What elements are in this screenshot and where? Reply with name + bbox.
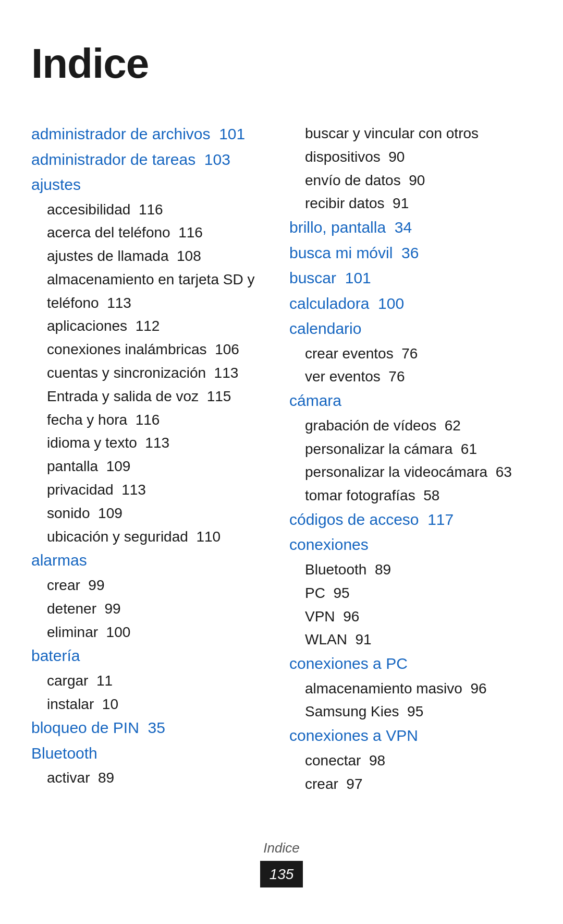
sub-entry: almacenamiento masivo 96: [289, 677, 532, 701]
sub-entry: fecha y hora 116: [31, 409, 274, 432]
heading-text: brillo, pantalla 34: [289, 219, 412, 236]
sub-entry: ajustes de llamada 108: [31, 245, 274, 268]
sub-entry: sonido 109: [31, 502, 274, 525]
heading-text: busca mi móvil 36: [289, 244, 419, 261]
index-heading: administrador de archivos 101: [31, 122, 274, 147]
index-heading: busca mi móvil 36: [289, 241, 532, 266]
heading-text: conexiones a VPN: [289, 727, 418, 744]
heading-text: administrador de tareas 103: [31, 151, 230, 168]
heading-text: Bluetooth: [31, 745, 97, 762]
sub-entry: tomar fotografías 58: [289, 484, 532, 508]
left-column: administrador de archivos 101administrad…: [31, 122, 289, 790]
sub-entry: PC 95: [289, 582, 532, 605]
sub-entry: personalizar la videocámara 63: [289, 461, 532, 484]
sub-entry: cuentas y sincronización 113: [31, 362, 274, 385]
heading-text: calendario: [289, 320, 361, 337]
heading-text: batería: [31, 647, 80, 664]
sub-entry: conexiones inalámbricas 106: [31, 338, 274, 362]
sub-entry: VPN 96: [289, 605, 532, 629]
sub-entry: acerca del teléfono 116: [31, 221, 274, 245]
sub-entry: idioma y texto 113: [31, 431, 274, 455]
sub-entry: aplicaciones 112: [31, 315, 274, 338]
sub-entry: cargar 11: [31, 669, 274, 693]
index-heading: buscar 101: [289, 266, 532, 291]
heading-text: conexiones a PC: [289, 655, 408, 672]
index-heading: calculadora 100: [289, 292, 532, 316]
sub-entry: pantalla 109: [31, 455, 274, 478]
footer-label: Indice: [31, 837, 532, 858]
sub-entry: detener 99: [31, 597, 274, 621]
sub-entry: conectar 98: [289, 749, 532, 773]
sub-entry: privacidad 113: [31, 478, 274, 502]
sub-entry: Bluetooth 89: [289, 558, 532, 582]
index-heading: administrador de tareas 103: [31, 148, 274, 172]
footer: Indice 135: [31, 837, 532, 887]
sub-entry: Samsung Kies 95: [289, 700, 532, 724]
heading-text: ajustes: [31, 176, 81, 193]
sub-entry: grabación de vídeos 62: [289, 414, 532, 438]
index-heading: calendario: [289, 317, 532, 341]
sub-entry: crear 99: [31, 574, 274, 597]
sub-entry: ubicación y seguridad 110: [31, 525, 274, 549]
index-heading: bloqueo de PIN 35: [31, 716, 274, 740]
heading-text: calculadora 100: [289, 295, 404, 312]
sub-entry: almacenamiento en tarjeta SD y teléfono …: [31, 268, 274, 315]
index-heading: brillo, pantalla 34: [289, 215, 532, 240]
sub-entry: activar 89: [31, 766, 274, 790]
sub-entry: buscar y vincular con otros dispositivos…: [289, 122, 532, 169]
heading-text: administrador de archivos 101: [31, 125, 245, 142]
sub-entry: WLAN 91: [289, 628, 532, 652]
right-column: buscar y vincular con otros dispositivos…: [289, 122, 532, 796]
heading-text: conexiones: [289, 536, 369, 553]
sub-entry: instalar 10: [31, 693, 274, 716]
index-heading: conexiones: [289, 533, 532, 557]
index-heading: conexiones a PC: [289, 652, 532, 676]
heading-text: bloqueo de PIN 35: [31, 719, 165, 736]
heading-text: alarmas: [31, 551, 87, 569]
index-heading: conexiones a VPN: [289, 724, 532, 748]
index-heading: cámara: [289, 389, 532, 413]
index-heading: alarmas: [31, 548, 274, 573]
heading-text: códigos de acceso 117: [289, 511, 454, 528]
sub-entry: eliminar 100: [31, 621, 274, 644]
page-title: Indice: [31, 31, 532, 96]
sub-entry: personalizar la cámara 61: [289, 438, 532, 461]
sub-entry: crear eventos 76: [289, 342, 532, 366]
footer-page: 135: [260, 861, 303, 887]
index-heading: ajustes: [31, 173, 274, 197]
index-heading: códigos de acceso 117: [289, 508, 532, 532]
sub-entry: Entrada y salida de voz 115: [31, 385, 274, 409]
heading-text: buscar 101: [289, 269, 371, 286]
sub-entry: ver eventos 76: [289, 365, 532, 389]
sub-entry: envío de datos 90: [289, 169, 532, 193]
index-heading: batería: [31, 644, 274, 668]
sub-entry: crear 97: [289, 773, 532, 796]
sub-entry: accesibilidad 116: [31, 198, 274, 222]
sub-entry: recibir datos 91: [289, 192, 532, 215]
index-heading: Bluetooth: [31, 741, 274, 766]
heading-text: cámara: [289, 392, 341, 409]
